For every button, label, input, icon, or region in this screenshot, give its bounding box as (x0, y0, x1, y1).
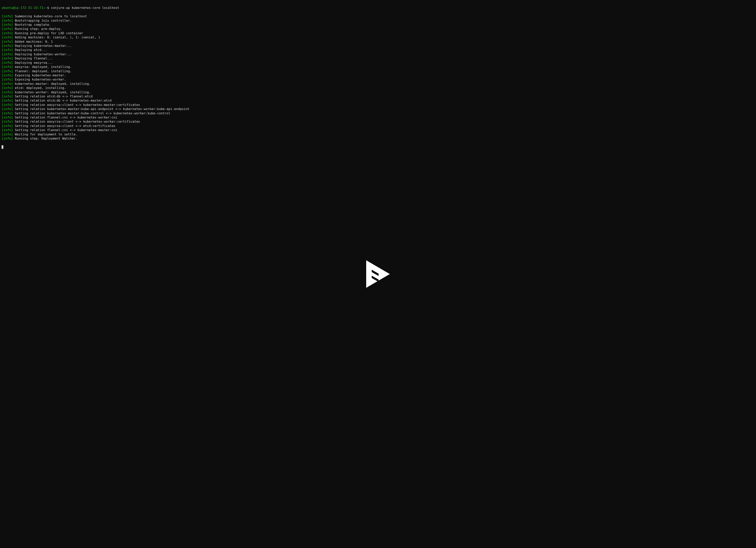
log-tag: [info] (2, 19, 13, 22)
log-tag: [info] (2, 52, 13, 56)
cursor (2, 145, 3, 149)
log-message: etcd: deployed, installing. (13, 86, 66, 90)
log-tag: [info] (2, 73, 13, 77)
prompt-dollar: $ (47, 6, 51, 10)
log-message: Adding machines: 0: (xenial, ), 1: (xeni… (13, 35, 100, 39)
log-message: Deploying kubernetes-worker... (13, 52, 72, 56)
log-message: Deploying kubernetes-master... (13, 44, 72, 48)
log-tag: [info] (2, 86, 13, 90)
log-line: [info] Summoning kubernetes-core to loca… (2, 14, 754, 18)
log-line: [info] flannel: deployed, installing. (2, 69, 754, 73)
log-line: [info] Deploying kubernetes-worker... (2, 52, 754, 56)
prompt-line: ubuntu@ip-172-31-33-71:~$ conjure-up kub… (2, 6, 754, 10)
log-tag: [info] (2, 48, 13, 52)
log-tag: [info] (2, 128, 13, 132)
log-message: Setting relation easyrsa:client <-> etcd… (13, 124, 115, 128)
log-line: [info] Setting relation flannel:cni <-> … (2, 115, 754, 119)
log-tag: [info] (2, 99, 13, 102)
log-tag: [info] (2, 116, 13, 119)
log-line: [info] easyrsa: deployed, installing. (2, 65, 754, 69)
log-tag: [info] (2, 132, 13, 136)
log-line: [info] Setting relation etcd:db <-> kube… (2, 98, 754, 103)
log-message: Setting relation easyrsa:client <-> kube… (13, 120, 140, 123)
log-line: [info] etcd: deployed, installing. (2, 86, 754, 90)
log-line: [info] Setting relation etcd:db <-> flan… (2, 94, 754, 98)
log-line: [info] Bootstrap complete. (2, 23, 754, 27)
log-line: [info] Deploying etcd... (2, 48, 754, 52)
log-message: easyrsa: deployed, installing. (13, 65, 72, 69)
log-tag: [info] (2, 111, 13, 115)
log-line: [info] Running pre-deploy for LXD contai… (2, 31, 754, 35)
log-tag: [info] (2, 35, 13, 39)
log-tag: [info] (2, 107, 13, 111)
log-line: [info] kubernetes-worker: deployed, inst… (2, 90, 754, 94)
log-tag: [info] (2, 120, 13, 123)
log-message: Setting relation flannel:cni <-> kuberne… (13, 128, 117, 132)
log-line: [info] Deploying flannel... (2, 56, 754, 60)
log-tag: [info] (2, 82, 13, 86)
log-message: flannel: deployed, installing. (13, 69, 72, 73)
cursor-line (2, 145, 754, 149)
log-tag: [info] (2, 40, 13, 44)
prompt-colon: : (43, 6, 45, 10)
log-message: Bootstrap complete. (13, 23, 51, 27)
log-tag: [info] (2, 65, 13, 69)
log-tag: [info] (2, 31, 13, 35)
log-message: Summoning kubernetes-core to localhost (13, 14, 87, 18)
log-tag: [info] (2, 14, 13, 18)
play-button[interactable] (366, 252, 390, 296)
prompt-cwd: ~ (45, 6, 47, 10)
log-message: Exposing kubernetes-worker. (13, 78, 66, 81)
log-message: Setting relation kubernetes-master:kube-… (13, 107, 189, 111)
log-message: Running step: pre-deploy. (13, 27, 62, 31)
log-message: Running step: Deployment Watcher. (13, 137, 78, 140)
log-message: Setting relation flannel:cni <-> kuberne… (13, 116, 117, 119)
log-tag: [info] (2, 94, 13, 98)
log-tag: [info] (2, 61, 13, 65)
log-line: [info] Exposing kubernetes-master. (2, 73, 754, 77)
log-message: kubernetes-worker: deployed, installing. (13, 90, 91, 94)
command-text: conjure-up kubernetes-core localhost (51, 6, 119, 10)
prompt-user-host: ubuntu@ip-172-31-33-71 (2, 6, 43, 10)
play-icon (366, 260, 390, 288)
log-tag: [info] (2, 44, 13, 48)
log-tag: [info] (2, 27, 13, 31)
log-message: Deploying flannel... (13, 56, 53, 60)
log-message: Deploying etcd... (13, 48, 47, 52)
log-line: [info] Setting relation easyrsa:client <… (2, 124, 754, 128)
log-tag: [info] (2, 56, 13, 60)
log-line: [info] Waiting for deployment to settle. (2, 132, 754, 136)
log-tag: [info] (2, 78, 13, 81)
log-lines: [info] Summoning kubernetes-core to loca… (2, 14, 754, 141)
log-line: [info] Setting relation easyrsa:client <… (2, 103, 754, 107)
log-line: [info] Setting relation flannel:cni <-> … (2, 128, 754, 132)
log-message: Exposing kubernetes-master. (13, 73, 66, 77)
log-line: [info] Bootstrapping Juju controller. (2, 19, 754, 23)
log-tag: [info] (2, 137, 13, 140)
log-message: Setting relation kubernetes-master:kube-… (13, 111, 170, 115)
log-message: Deploying easyrsa... (13, 61, 53, 65)
log-message: kubernetes-master: deployed, installing. (13, 82, 91, 86)
log-line: [info] Deploying easyrsa... (2, 61, 754, 65)
log-tag: [info] (2, 90, 13, 94)
log-tag: [info] (2, 124, 13, 128)
log-message: Setting relation etcd:db <-> kubernetes-… (13, 99, 112, 102)
log-line: [info] Setting relation kubernetes-maste… (2, 107, 754, 111)
log-line: [info] Setting relation easyrsa:client <… (2, 119, 754, 124)
log-message: Waiting for deployment to settle. (13, 132, 78, 136)
log-message: Setting relation etcd:db <-> flannel:etc… (13, 94, 93, 98)
log-line: [info] Exposing kubernetes-worker. (2, 77, 754, 81)
log-message: Running pre-deploy for LXD container (13, 31, 83, 35)
log-line: [info] Adding machines: 0: (xenial, ), 1… (2, 35, 754, 39)
log-line: [info] Setting relation kubernetes-maste… (2, 111, 754, 115)
terminal-output[interactable]: ubuntu@ip-172-31-33-71:~$ conjure-up kub… (0, 0, 756, 548)
log-message: Bootstrapping Juju controller. (13, 19, 72, 22)
log-line: [info] Added machines: 0, 1 (2, 40, 754, 44)
log-tag: [info] (2, 69, 13, 73)
log-message: Added machines: 0, 1 (13, 40, 53, 44)
log-line: [info] Deploying kubernetes-master... (2, 44, 754, 48)
log-line: [info] kubernetes-master: deployed, inst… (2, 82, 754, 86)
log-tag: [info] (2, 23, 13, 27)
log-tag: [info] (2, 103, 13, 107)
log-message: Setting relation easyrsa:client <-> kube… (13, 103, 140, 107)
